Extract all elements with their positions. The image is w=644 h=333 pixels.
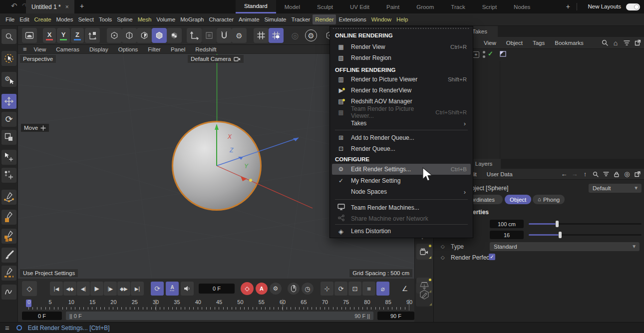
render-view-strip-button[interactable] [416, 244, 432, 260]
menu-bar-item[interactable]: Render [313, 14, 336, 24]
render-perfect-checkbox[interactable]: ✓ [489, 254, 495, 260]
measure-pen-tool[interactable] [1, 266, 16, 281]
autokey-ruler-button[interactable]: A▪▪▪ [166, 282, 179, 296]
multi-move-tool[interactable] [1, 168, 16, 183]
enabled-check-icon[interactable]: ✓ [488, 50, 493, 57]
preview-range-bar[interactable]: || 0 F 90 F || [66, 312, 373, 320]
search-icon[interactable] [600, 39, 610, 46]
up-icon[interactable]: ↑ [580, 170, 590, 178]
spline-sketch-tool[interactable] [1, 285, 16, 300]
popout-icon[interactable] [633, 39, 643, 46]
brush-tool[interactable] [1, 248, 16, 263]
lock-icon[interactable] [612, 171, 622, 177]
radius-input[interactable]: 100 cm [490, 220, 524, 228]
points-mode-button[interactable] [107, 28, 122, 43]
viewport-menu-item[interactable]: Cameras [51, 46, 84, 52]
back-icon[interactable]: ← [559, 170, 569, 178]
expand-icon[interactable]: + [473, 51, 479, 58]
menu-item-render-to-picture-viewer[interactable]: ▥ Render to Picture Viewer Shift+R [332, 74, 471, 85]
model-mode-button[interactable] [152, 28, 167, 43]
polygons-mode-button[interactable] [137, 28, 152, 43]
snap-button[interactable] [217, 28, 232, 43]
rotate-tool[interactable]: ⟳ [1, 112, 16, 127]
play-button[interactable]: ▶ [90, 282, 103, 296]
viewport-menu-item[interactable]: View [29, 46, 51, 52]
render-visibility-dot[interactable] [483, 55, 485, 58]
y-axis-lock-button[interactable]: Y [57, 28, 70, 43]
add-layout-button[interactable]: + [566, 3, 570, 10]
scatter-pen-tool[interactable] [1, 229, 16, 244]
next-key-button[interactable]: ◆▶ [117, 282, 130, 296]
viewport-menu-item[interactable]: Display [84, 46, 113, 52]
menu-bar-item[interactable]: Simulate [262, 14, 289, 24]
menu-bar-item[interactable]: MoGraph [178, 14, 206, 24]
previous-frame-button[interactable]: ◀| [77, 282, 90, 296]
layout-tab[interactable]: Track [442, 0, 473, 13]
snap-settings-button[interactable]: ⚙ [232, 28, 247, 43]
key-rotation-button[interactable]: ⟳ [334, 282, 347, 296]
popout-icon[interactable] [633, 171, 643, 177]
record-keyframe-button[interactable]: ◇ [241, 282, 254, 295]
quantize-button[interactable] [269, 28, 284, 43]
menu-bar-item[interactable]: Spline [114, 14, 135, 24]
next-frame-button[interactable]: |▶ [104, 282, 117, 296]
sphere-object[interactable] [172, 121, 262, 211]
radius-slider[interactable] [529, 221, 642, 227]
menu-bar-item[interactable]: File [3, 14, 17, 24]
menu-bar-item[interactable]: Modes [53, 14, 75, 24]
add-document-tab-button[interactable]: + [80, 2, 84, 9]
go-to-end-button[interactable]: ▶| [131, 282, 144, 296]
sketch-pen-tool[interactable] [1, 210, 16, 225]
play-mode-loop-button[interactable]: ⟳ [151, 282, 164, 296]
tweak-tool[interactable]: ⚙ [1, 72, 16, 87]
close-icon[interactable]: × [65, 3, 69, 10]
viewport-menu-item[interactable]: Options [113, 46, 143, 52]
target-icon[interactable]: ◎ [622, 170, 632, 178]
autokey-button[interactable]: A [256, 283, 268, 295]
key-position-button[interactable]: ⊹ [321, 282, 333, 296]
current-frame-field[interactable]: 0 F [199, 284, 235, 294]
menu-item-render-to-renderview[interactable]: ▶ Render to RenderView [332, 85, 471, 96]
layout-tab[interactable]: Paint [378, 0, 408, 13]
viewport-menu-item[interactable]: Redshift [190, 46, 221, 52]
home-icon[interactable]: ⌂ [611, 39, 621, 47]
layout-tab[interactable]: Nodes [505, 0, 539, 13]
key-parameters-button[interactable]: ≡ [362, 282, 375, 296]
segments-slider[interactable] [529, 232, 642, 238]
menu-bar-item[interactable]: Help [394, 14, 410, 24]
hamburger-icon[interactable]: ≡ [5, 324, 9, 332]
menu-bar-item[interactable]: Animate [236, 14, 262, 24]
workplane-button[interactable] [202, 28, 217, 43]
object-manager-menu-item[interactable]: Bookmarks [550, 40, 589, 46]
menu-bar-item[interactable]: Tools [96, 14, 114, 24]
transform-tool[interactable] [1, 150, 16, 165]
grid-button[interactable] [254, 28, 269, 43]
previous-key-button[interactable]: ◀◆ [63, 282, 76, 296]
menu-item-render-region[interactable]: ▧ Render Region [332, 52, 471, 63]
render-view-toolbar-button[interactable] [22, 28, 37, 43]
object-manager-menu-item[interactable]: View [479, 40, 501, 46]
key-filter-button[interactable]: ⌀ [376, 282, 389, 296]
range-handle-right[interactable]: || [367, 313, 370, 319]
move-tool[interactable] [1, 94, 16, 109]
go-to-start-button[interactable]: |◀ [50, 282, 63, 296]
make-keyframe-button[interactable]: ◇ [22, 281, 37, 296]
object-manager-menu-item[interactable]: Object [501, 40, 528, 46]
menu-bar-item[interactable]: Extensions [336, 14, 368, 24]
forward-icon[interactable]: → [570, 170, 580, 178]
x-axis-lock-button[interactable]: X [43, 28, 56, 43]
z-axis-lock-button[interactable]: Z [71, 28, 84, 43]
spline-pen-tool[interactable] [1, 190, 16, 205]
menu-item-render-queue[interactable]: ⊡ Render Queue... [332, 143, 471, 154]
layout-tab[interactable]: UV Edit [341, 0, 378, 13]
segments-input[interactable]: 16 [490, 231, 524, 239]
fcurve-button[interactable]: ∠ [398, 282, 411, 296]
sound-button[interactable] [181, 282, 194, 296]
keying-settings-button[interactable]: ⚙ [270, 283, 282, 295]
layout-tab[interactable]: Script [474, 0, 505, 13]
filter-icon[interactable] [622, 40, 632, 46]
menu-bar-item[interactable]: Mesh [135, 14, 154, 24]
search-icon[interactable] [591, 171, 601, 177]
tear-off-strip[interactable] [333, 28, 470, 29]
interactive-render-region-button[interactable]: ◎ [288, 28, 303, 43]
